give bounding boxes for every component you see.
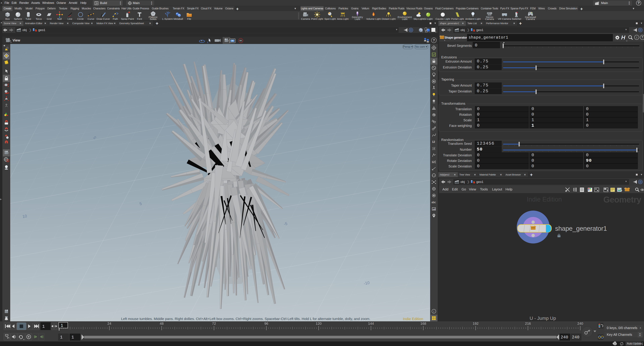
svg-text:1: 1 <box>60 335 62 340</box>
svg-text:i: i <box>433 310 434 313</box>
svg-text:216: 216 <box>525 321 531 325</box>
svg-text:240: 240 <box>577 321 583 325</box>
svg-text:168: 168 <box>420 321 426 325</box>
svg-text:120: 120 <box>316 321 322 325</box>
svg-text:192: 192 <box>472 321 478 325</box>
svg-text:24: 24 <box>107 321 111 325</box>
svg-text:240: 240 <box>561 335 568 340</box>
svg-text:48: 48 <box>160 321 164 325</box>
svg-text:abc: abc <box>432 201 436 204</box>
svg-text:1: 1 <box>72 335 74 340</box>
svg-text:96: 96 <box>264 321 268 325</box>
svg-text:144: 144 <box>368 321 374 325</box>
svg-text:240: 240 <box>572 335 580 340</box>
svg-text:72: 72 <box>212 321 216 325</box>
